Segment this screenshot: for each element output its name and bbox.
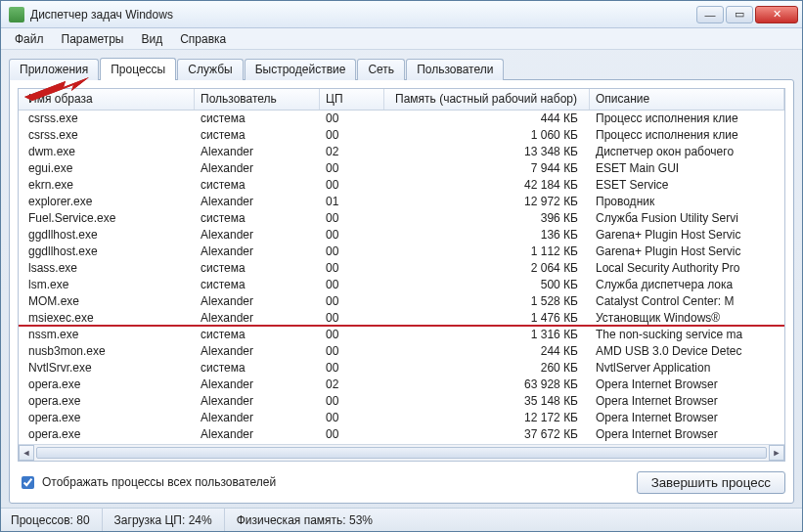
cell-user: Alexander: [195, 227, 320, 243]
cell-description: Garena+ Plugin Host Servic: [590, 227, 784, 243]
cell-memory: 63 928 КБ: [384, 377, 590, 392]
col-description[interactable]: Описание: [590, 89, 784, 110]
menu-file[interactable]: Файл: [7, 30, 52, 48]
cell-cpu: 00: [320, 343, 384, 359]
cell-name: opera.exe: [19, 393, 195, 409]
process-rows[interactable]: csrss.exeсистема00444 КБПроцесс исполнен…: [19, 111, 784, 444]
cell-description: Opera Internet Browser: [590, 377, 784, 392]
cell-name: nusb3mon.exe: [19, 343, 195, 359]
tab-4[interactable]: Сеть: [357, 59, 405, 80]
cell-name: ekrn.exe: [19, 177, 195, 193]
cell-cpu: 00: [320, 293, 384, 309]
cell-name: Fuel.Service.exe: [19, 210, 195, 226]
cell-user: Alexander: [195, 310, 320, 326]
tab-5[interactable]: Пользователи: [406, 59, 504, 80]
cell-cpu: 00: [320, 277, 384, 292]
cell-memory: 444 КБ: [384, 111, 590, 126]
table-row[interactable]: egui.exeAlexander007 944 КБESET Main GUI: [19, 160, 784, 177]
table-row[interactable]: csrss.exeсистема00444 КБПроцесс исполнен…: [19, 111, 784, 127]
minimize-button[interactable]: —: [696, 6, 724, 23]
cell-memory: 37 672 КБ: [384, 426, 590, 442]
cell-memory: 35 148 КБ: [384, 393, 590, 409]
maximize-button[interactable]: ▭: [726, 6, 753, 23]
menu-help[interactable]: Справка: [172, 30, 234, 48]
table-row[interactable]: opera.exeAlexander0263 928 КБOpera Inter…: [19, 377, 784, 393]
col-name[interactable]: Имя образа: [19, 89, 195, 110]
cell-memory: 244 КБ: [384, 343, 590, 359]
close-button[interactable]: ✕: [755, 6, 798, 23]
cell-name: MOM.exe: [19, 293, 195, 309]
cell-memory: 2 064 КБ: [384, 260, 590, 276]
tab-panel-processes: Имя образа Пользователь ЦП Память (частн…: [9, 79, 794, 504]
cell-cpu: 00: [320, 310, 384, 326]
cell-description: ESET Service: [590, 177, 784, 193]
cell-name: opera.exe: [19, 410, 195, 425]
tab-0[interactable]: Приложения: [9, 59, 99, 80]
cell-cpu: 00: [320, 410, 384, 425]
cell-name: csrss.exe: [19, 127, 195, 143]
cell-cpu: 00: [320, 210, 384, 226]
cell-description: Диспетчер окон рабочего: [590, 144, 784, 159]
cell-name: ggdllhost.exe: [19, 227, 195, 243]
status-cpu-load: Загрузка ЦП: 24%: [103, 509, 225, 531]
end-process-button[interactable]: Завершить процесс: [637, 471, 785, 494]
tab-2[interactable]: Службы: [177, 59, 243, 80]
table-row[interactable]: opera.exeAlexander0037 672 КБOpera Inter…: [19, 426, 784, 443]
scroll-thumb[interactable]: [36, 447, 767, 459]
cell-name: msiexec.exe: [19, 310, 195, 326]
table-row[interactable]: csrss.exeсистема001 060 КБПроцесс исполн…: [19, 127, 784, 144]
table-row[interactable]: lsass.exeсистема002 064 КБLocal Security…: [19, 260, 784, 277]
table-row[interactable]: NvtlSrvr.exeсистема00260 КБNvtlServer Ap…: [19, 360, 784, 377]
table-row[interactable]: nssm.exeсистема001 316 КБThe non-sucking…: [19, 327, 784, 343]
tab-3[interactable]: Быстродействие: [245, 59, 357, 80]
cell-user: Alexander: [195, 293, 320, 309]
scroll-right-icon[interactable]: ►: [769, 445, 784, 461]
cell-user: Alexander: [195, 144, 320, 159]
table-row[interactable]: explorer.exeAlexander0112 972 КБПроводни…: [19, 194, 784, 210]
cell-description: Процесс исполнения клие: [590, 111, 784, 126]
process-list: Имя образа Пользователь ЦП Память (частн…: [18, 88, 785, 462]
menu-view[interactable]: Вид: [133, 30, 170, 48]
table-row[interactable]: opera.exeAlexander0035 148 КБOpera Inter…: [19, 393, 784, 410]
col-cpu[interactable]: ЦП: [320, 89, 384, 110]
cell-description: Opera Internet Browser: [590, 393, 784, 409]
table-row[interactable]: nusb3mon.exeAlexander00244 КБAMD USB 3.0…: [19, 343, 784, 360]
menu-options[interactable]: Параметры: [54, 30, 132, 48]
cell-memory: 1 476 КБ: [384, 310, 590, 326]
cell-cpu: 00: [320, 260, 384, 276]
tab-1[interactable]: Процессы: [100, 58, 176, 80]
table-row[interactable]: opera.exeAlexander0012 172 КБOpera Inter…: [19, 410, 784, 426]
cell-memory: 42 184 КБ: [384, 177, 590, 193]
col-user[interactable]: Пользователь: [195, 89, 320, 110]
cell-user: система: [195, 210, 320, 226]
table-row[interactable]: ggdllhost.exeAlexander001 112 КБGarena+ …: [19, 244, 784, 260]
table-row[interactable]: lsm.exeсистема00500 КБСлужба диспетчера …: [19, 277, 784, 293]
table-row[interactable]: ekrn.exeсистема0042 184 КБESET Service: [19, 177, 784, 194]
cell-cpu: 00: [320, 244, 384, 259]
statusbar: Процессов: 80 Загрузка ЦП: 24% Физическа…: [1, 508, 802, 531]
cell-user: Alexander: [195, 160, 320, 176]
cell-memory: 500 КБ: [384, 277, 590, 292]
cell-description: Процесс исполнения клие: [590, 127, 784, 143]
cell-user: Alexander: [195, 194, 320, 209]
cell-memory: 12 172 КБ: [384, 410, 590, 425]
show-all-users-checkbox[interactable]: Отображать процессы всех пользователей: [18, 473, 276, 492]
cell-user: Alexander: [195, 377, 320, 392]
table-row[interactable]: dwm.exeAlexander0213 348 КБДиспетчер око…: [19, 144, 784, 160]
table-row[interactable]: MOM.exeAlexander001 528 КБCatalyst Contr…: [19, 293, 784, 310]
cell-name: egui.exe: [19, 160, 195, 176]
cell-user: система: [195, 111, 320, 126]
cell-description: ESET Main GUI: [590, 160, 784, 176]
titlebar[interactable]: Диспетчер задач Windows — ▭ ✕: [1, 1, 802, 28]
cell-description: The non-sucking service ma: [590, 327, 784, 342]
show-all-users-input[interactable]: [22, 476, 34, 489]
cell-description: AMD USB 3.0 Device Detec: [590, 343, 784, 359]
show-all-users-label: Отображать процессы всех пользователей: [42, 475, 276, 489]
table-row[interactable]: Fuel.Service.exeсистема00396 КБСлужба Fu…: [19, 210, 784, 227]
scroll-left-icon[interactable]: ◄: [19, 445, 34, 461]
col-memory[interactable]: Память (частный рабочий набор): [384, 89, 590, 110]
table-row[interactable]: msiexec.exeAlexander001 476 КБУстановщик…: [19, 310, 784, 327]
horizontal-scrollbar[interactable]: ◄ ►: [19, 444, 784, 461]
table-row[interactable]: ggdllhost.exeAlexander00136 КБGarena+ Pl…: [19, 227, 784, 244]
cell-cpu: 02: [320, 377, 384, 392]
